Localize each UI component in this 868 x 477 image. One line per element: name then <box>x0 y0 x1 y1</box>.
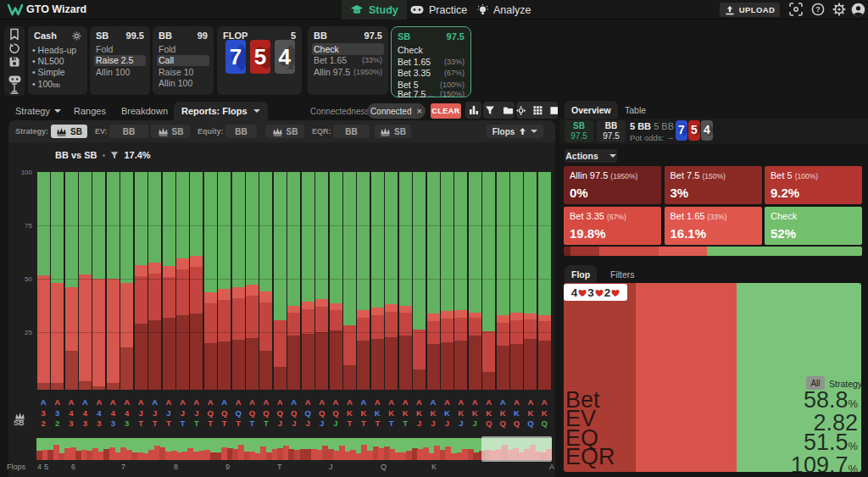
svg-text:?: ? <box>815 5 821 14</box>
